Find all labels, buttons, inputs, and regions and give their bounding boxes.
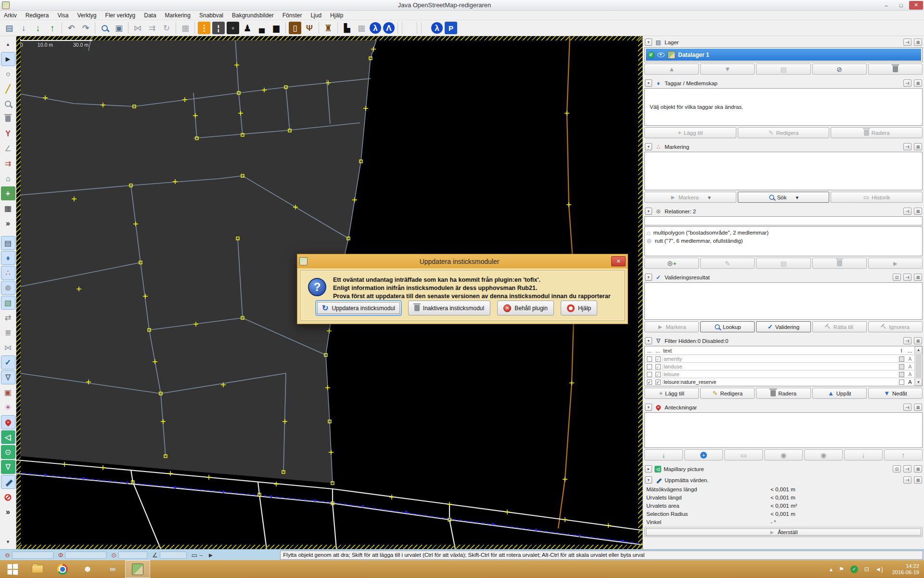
download-along-tool[interactable] — [1, 186, 15, 200]
menu-arkiv[interactable]: Arkiv — [4, 12, 17, 19]
relations-filter-input[interactable] — [644, 216, 923, 225]
preset-bus-icon[interactable] — [270, 22, 282, 34]
menu-bakgrundsbilder[interactable]: Bakgrundsbilder — [232, 12, 274, 19]
collapse-icon[interactable] — [645, 208, 652, 215]
toggle-conflicts-panel[interactable] — [1, 311, 15, 325]
pin-icon[interactable] — [903, 404, 911, 411]
measurement-tool[interactable] — [1, 475, 15, 489]
mapillary-tool[interactable] — [1, 430, 15, 444]
validation-validate-button[interactable]: Validering — [756, 321, 810, 332]
collapse-icon[interactable] — [645, 143, 652, 150]
validation-results-list[interactable] — [644, 282, 923, 320]
menu-markering[interactable]: Markering — [165, 12, 191, 19]
taskbar-item-viewer[interactable] — [100, 560, 125, 578]
layer-move-down-button[interactable] — [700, 64, 755, 75]
filter-enable-checkbox[interactable] — [647, 364, 652, 369]
panel-close-icon[interactable] — [914, 208, 922, 215]
filter-add-button[interactable]: +Lägg till — [644, 388, 699, 399]
pin-icon[interactable] — [903, 208, 911, 215]
minimize-button[interactable] — [879, 1, 893, 10]
more-tools-icon[interactable] — [1, 216, 15, 230]
notes-list[interactable] — [644, 412, 923, 448]
pin-icon[interactable] — [903, 274, 911, 281]
selection-list[interactable] — [644, 152, 923, 190]
split-way-tool[interactable] — [1, 127, 15, 141]
refresh-style-icon[interactable] — [160, 22, 173, 34]
relation-row[interactable]: rutt ("7", 6 medlemmar, ofullständig) — [645, 236, 922, 245]
collapse-icon[interactable] — [645, 476, 652, 484]
more-toggles-icon[interactable] — [1, 505, 15, 519]
collapse-icon[interactable] — [645, 274, 652, 281]
menu-fonster[interactable]: Fönster — [282, 12, 302, 19]
scroll-up-icon[interactable] — [1, 37, 15, 51]
filter-hide-checkbox[interactable]: ✓ — [655, 364, 661, 369]
layer-visibility-eye-icon[interactable] — [657, 53, 665, 57]
maximize-button[interactable] — [894, 1, 908, 10]
preset-traffic-light-icon[interactable] — [198, 22, 210, 34]
keep-plugin-button[interactable]: ✕ Behåll plugin — [497, 301, 554, 315]
mapillary-settings-tool[interactable] — [1, 445, 15, 459]
toggle-notes-panel[interactable]: ✕ — [1, 415, 15, 429]
selection-search-button[interactable]: Sök▾ — [738, 192, 830, 203]
draw-way-tool[interactable] — [1, 82, 15, 96]
filter-row[interactable]: ✓ amenity A — [645, 355, 914, 363]
collapse-icon[interactable] — [645, 404, 652, 411]
panel-close-icon[interactable] — [914, 39, 922, 46]
menu-verktyg[interactable]: Verktyg — [77, 12, 97, 19]
building-tool[interactable] — [1, 201, 15, 215]
start-button[interactable] — [0, 560, 25, 578]
update-plugin-button[interactable]: Uppdatera insticksmodul — [316, 301, 401, 315]
preset-road-icon[interactable] — [212, 22, 225, 34]
mapillary-filter-tool[interactable] — [1, 460, 15, 474]
relation-row[interactable]: multipolygon ("bostadsområde", 2 medlemm… — [645, 228, 922, 236]
relation-new-button[interactable]: + — [644, 258, 699, 269]
taskbar-item-josm[interactable] — [125, 560, 150, 578]
pin-icon[interactable] — [903, 476, 911, 484]
toggle-authors-panel[interactable] — [1, 341, 15, 355]
zoom-tool[interactable] — [1, 97, 15, 111]
open-file-icon[interactable] — [3, 22, 15, 34]
delete-tool[interactable] — [1, 112, 15, 126]
notes-download-button[interactable] — [644, 449, 683, 460]
filter-up-button[interactable]: Uppåt — [812, 388, 867, 399]
filter-hide-checkbox[interactable]: ✓ — [655, 356, 661, 362]
lasso-tool[interactable] — [1, 67, 15, 81]
toggle-relations-panel[interactable] — [1, 281, 15, 295]
filter-scrollbar[interactable]: ▲ ▼ — [914, 346, 922, 386]
help-button[interactable]: Hjälp — [561, 301, 597, 315]
collapse-icon[interactable] — [645, 337, 652, 344]
taskbar-item-chrome[interactable] — [50, 560, 75, 578]
menu-ljud[interactable]: Ljud — [310, 12, 321, 19]
pin-icon[interactable] — [903, 143, 911, 150]
toggle-validator-panel[interactable] — [1, 355, 15, 369]
filter-row[interactable]: ✓ ✓ leisure:nature_reserve A — [645, 378, 914, 386]
toggle-mappaint-panel[interactable] — [1, 400, 15, 414]
toggle-selection-panel[interactable] — [1, 266, 15, 280]
scroll-down-icon[interactable] — [1, 535, 15, 549]
menu-data[interactable]: Data — [144, 12, 156, 19]
scroll-up-icon[interactable]: ▲ — [915, 346, 922, 354]
pin-icon[interactable] — [903, 337, 911, 344]
preset-road-sign-icon[interactable] — [227, 22, 239, 34]
undo-icon[interactable] — [65, 22, 77, 34]
expand-icon[interactable]: ▸ — [645, 465, 652, 473]
panel-close-icon[interactable] — [914, 274, 922, 281]
tray-expand-icon[interactable] — [830, 566, 833, 573]
pin-icon[interactable] — [903, 79, 911, 87]
menu-fler-verktyg[interactable]: Fler verktyg — [105, 12, 136, 19]
preset-tunnel-icon[interactable] — [289, 22, 301, 34]
pin-icon[interactable] — [903, 465, 911, 473]
filter-delete-button[interactable]: Radera — [756, 388, 810, 399]
preferences-icon[interactable] — [98, 22, 111, 34]
disable-plugin-button[interactable]: Inaktivera insticksmodul — [408, 301, 490, 315]
panel-close-icon[interactable] — [914, 79, 922, 87]
filter-edit-button[interactable]: Redigera — [700, 388, 755, 399]
filter-down-button[interactable]: Nedåt — [868, 388, 923, 399]
measurements-reset-button[interactable]: Återställ — [644, 527, 923, 537]
dialog-titlebar[interactable]: Uppdatera insticksmoduler — [297, 254, 628, 268]
panel-close-icon[interactable] — [914, 465, 922, 473]
filter-row[interactable]: ✓ landuse A — [645, 363, 914, 370]
preset-stop-hand-icon[interactable] — [241, 22, 254, 34]
menu-snabbval[interactable]: Snabbval — [199, 12, 223, 19]
toggle-minimap-panel[interactable] — [1, 296, 15, 310]
